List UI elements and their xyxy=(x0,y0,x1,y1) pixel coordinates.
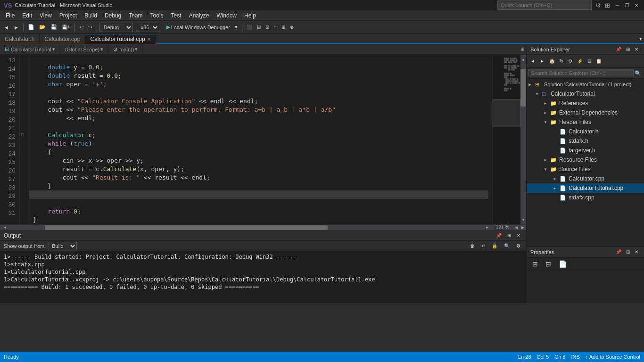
toolbar-more5[interactable]: ⊗ xyxy=(288,24,296,31)
menu-debug[interactable]: Debug xyxy=(101,11,125,20)
output-wrap-button[interactable]: ↵ xyxy=(479,242,487,249)
output-lock-button[interactable]: 🔒 xyxy=(490,242,499,249)
output-pin-button[interactable]: 📌 xyxy=(494,232,504,239)
code-view[interactable]: 13 14 15 16 17 18 19 20 21 22 23 24 25 2… xyxy=(0,55,526,224)
toolbar-sep2 xyxy=(74,23,75,32)
tree-resource-files[interactable]: ► 📁 Resource Files xyxy=(527,155,644,165)
output-undock-button[interactable]: ⊞ xyxy=(505,232,513,239)
prop-grid-button[interactable]: ⊞ xyxy=(530,260,540,268)
tab-list-button[interactable]: ▾ xyxy=(637,34,644,44)
tab-label: CalculatorTutorial.cpp xyxy=(90,36,145,42)
minimize-button[interactable]: ─ xyxy=(614,1,621,9)
toolbar-more2[interactable]: ⊡ xyxy=(264,24,271,31)
tree-sourcefiles-label: Source Files xyxy=(559,166,591,173)
toolbar-redo[interactable]: ↪ xyxy=(86,23,94,31)
menu-test[interactable]: Test xyxy=(167,11,185,20)
quicklaunch-input[interactable] xyxy=(497,0,592,10)
tree-references[interactable]: ► 📁 References xyxy=(527,99,644,108)
output-clear-button[interactable]: 🗑 xyxy=(468,242,477,249)
toolbar-more1[interactable]: ⊞ xyxy=(255,24,263,31)
menu-help[interactable]: Help xyxy=(240,11,260,20)
function-nav-item[interactable]: ⊙ main() ▾ xyxy=(108,44,143,55)
platform-dropdown[interactable]: x86 x64 xyxy=(137,23,159,32)
tab-close-icon[interactable]: ✕ xyxy=(147,37,151,42)
se-close-button[interactable]: ✕ xyxy=(633,46,640,53)
output-source-dropdown[interactable]: Build Debug Output xyxy=(49,242,77,250)
project-nav-label: CalculatorTutorial xyxy=(11,47,51,52)
tree-calculatortutorial-cpp[interactable]: ► 📄 CalculatorTutorial.cpp xyxy=(527,183,644,193)
tree-targetver-h[interactable]: ► 📄 targetver.h xyxy=(527,146,644,155)
status-ch: Ch 5 xyxy=(554,354,565,360)
tree-calculator-cpp[interactable]: ► 📄 Calculator.cpp xyxy=(527,174,644,183)
tree-header-files[interactable]: ▼ 📁 Header Files xyxy=(527,117,644,127)
project-nav-item[interactable]: ⊞ CalculatorTutorial ▾ xyxy=(0,44,60,55)
tree-extdeps-label: External Dependencies xyxy=(559,109,618,116)
se-search-input[interactable] xyxy=(528,69,634,77)
prop-page-button[interactable]: 📄 xyxy=(557,260,569,268)
code-text[interactable]: double y = 0.0; double result = 0.0; cha… xyxy=(29,55,492,224)
toolbar-undo[interactable]: ↩ xyxy=(77,23,85,31)
toolbar-save[interactable]: 💾 xyxy=(49,23,59,31)
split-editor-button[interactable]: ⊞ xyxy=(519,46,526,53)
se-pin-button[interactable]: 📌 xyxy=(614,46,623,53)
output-settings-button[interactable]: ⚙ xyxy=(514,242,522,249)
tab-calculator-cpp[interactable]: Calculator.cpp xyxy=(40,34,85,44)
tree-source-files[interactable]: ▼ 📁 Source Files xyxy=(527,165,644,174)
se-refresh-button[interactable]: ↻ xyxy=(558,58,565,65)
se-settings-button[interactable]: ⚙ xyxy=(566,58,574,65)
menu-file[interactable]: File xyxy=(2,11,18,20)
status-add-source[interactable]: ↑ Add to Source Control xyxy=(586,354,640,360)
toolbar-more4[interactable]: ⊞ xyxy=(280,24,287,31)
tree-stdafx-h[interactable]: ► 📄 stdafx.h xyxy=(527,136,644,146)
window-icon[interactable]: ⊞ xyxy=(605,2,610,9)
horizontal-scrollbar[interactable]: ◄ ► 121 % ◄ ► xyxy=(0,224,526,230)
toolbar-new[interactable]: 📄 xyxy=(26,23,36,31)
toolbar-forward[interactable]: ► xyxy=(12,24,21,31)
se-back-button[interactable]: ◄ xyxy=(528,58,537,65)
prop-sort-button[interactable]: ⊟ xyxy=(544,260,553,268)
toolbar-more3[interactable]: ≡ xyxy=(272,24,279,31)
tree-stdafx-cpp[interactable]: ► 📄 stdafx.cpp xyxy=(527,193,644,202)
toolbar-save-all[interactable]: 💾+ xyxy=(60,24,72,31)
se-properties-button[interactable]: 📋 xyxy=(594,58,603,65)
run-button[interactable]: ▶ Local Windows Debugger xyxy=(165,23,232,31)
menu-build[interactable]: Build xyxy=(81,11,101,20)
output-line: ========== Build: 1 succeeded, 0 failed,… xyxy=(4,283,522,291)
se-search-icon[interactable]: 🔍 xyxy=(634,70,642,76)
toolbar-back[interactable]: ◄ xyxy=(2,24,11,31)
prop-undock-button[interactable]: ⊞ xyxy=(624,248,632,255)
tab-calculatortutorial-cpp[interactable]: CalculatorTutorial.cpp ✕ xyxy=(85,34,156,44)
toolbar-attach[interactable]: ⬛ xyxy=(245,24,254,31)
se-filter-button[interactable]: ⚡ xyxy=(575,58,585,65)
toolbar-open[interactable]: 📂 xyxy=(37,23,48,31)
toolbar-dropdown-arrow[interactable]: ▾ xyxy=(233,23,239,31)
menu-project[interactable]: Project xyxy=(56,11,81,20)
se-undock-button[interactable]: ⊞ xyxy=(624,46,632,53)
restore-button[interactable]: ❐ xyxy=(623,1,631,9)
se-home-button[interactable]: 🏠 xyxy=(547,58,557,65)
menu-analyze[interactable]: Analyze xyxy=(185,11,213,20)
scroll-right-icon[interactable]: ► xyxy=(520,225,525,230)
output-find-button[interactable]: 🔍 xyxy=(502,242,512,249)
tree-calculator-h[interactable]: ► 📄 Calculator.h xyxy=(527,127,644,136)
scope-nav-item[interactable]: (Global Scope) ▾ xyxy=(60,44,108,55)
menu-edit[interactable]: Edit xyxy=(18,11,36,20)
config-dropdown[interactable]: Debug Release xyxy=(99,23,133,32)
se-forward-button[interactable]: ► xyxy=(538,58,546,65)
tree-solution-label: Solution 'CalculatorTutorial' (1 project… xyxy=(544,82,631,87)
output-close-button[interactable]: ✕ xyxy=(515,232,522,239)
se-collapse-all-button[interactable]: ⊟ xyxy=(586,58,593,65)
prop-pin-button[interactable]: 📌 xyxy=(614,248,623,255)
tree-solution[interactable]: ▶ ⊞ Solution 'CalculatorTutorial' (1 pro… xyxy=(527,80,644,89)
menu-team[interactable]: Team xyxy=(125,11,146,20)
menu-window[interactable]: Window xyxy=(213,11,240,20)
close-button[interactable]: ✕ xyxy=(633,1,640,9)
scroll-left-icon[interactable]: ◄ xyxy=(514,225,519,230)
menu-view[interactable]: View xyxy=(36,11,56,20)
prop-close-button[interactable]: ✕ xyxy=(633,248,640,255)
tree-external-deps[interactable]: ► 📁 External Dependencies xyxy=(527,108,644,117)
vertical-scrollbar[interactable]: ▲ ▼ xyxy=(520,55,526,224)
tree-project[interactable]: ▼ ⊞ CalculatorTutorial xyxy=(527,89,644,99)
menu-tools[interactable]: Tools xyxy=(147,11,167,20)
tab-calculator-h[interactable]: Calculator.h xyxy=(0,34,40,44)
